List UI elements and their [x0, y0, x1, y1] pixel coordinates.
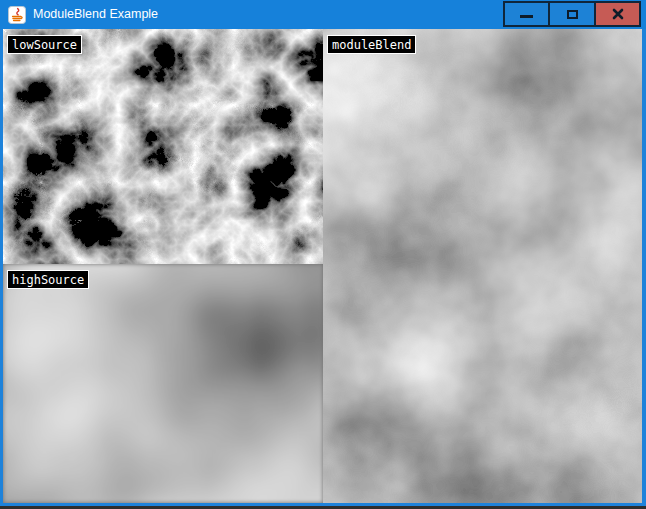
maximize-icon: [567, 10, 578, 19]
window-title: ModuleBlend Example: [33, 0, 158, 29]
module-blend-noise-texture: [323, 29, 642, 503]
panel-low-source: lowSource: [3, 29, 323, 264]
panel-label-high-source: highSource: [7, 270, 89, 289]
title-bar[interactable]: ModuleBlend Example: [0, 0, 646, 29]
window-controls: [503, 1, 641, 27]
window: ModuleBlend Example lowSource: [0, 0, 646, 509]
maximize-button[interactable]: [549, 1, 595, 27]
panel-label-module-blend: moduleBlend: [327, 35, 416, 54]
close-icon: [612, 8, 624, 20]
java-coffee-cup-icon: [8, 6, 26, 24]
render-canvas: lowSource highSource moduleBlend: [3, 29, 642, 503]
panel-label-low-source: lowSource: [7, 35, 82, 54]
minimize-button[interactable]: [503, 1, 549, 27]
panel-high-source: highSource: [3, 264, 323, 503]
low-source-noise-texture: [3, 29, 323, 264]
high-source-noise-texture: [3, 264, 323, 503]
panel-module-blend: moduleBlend: [323, 29, 642, 503]
close-button[interactable]: [595, 1, 641, 27]
minimize-icon: [520, 15, 533, 18]
